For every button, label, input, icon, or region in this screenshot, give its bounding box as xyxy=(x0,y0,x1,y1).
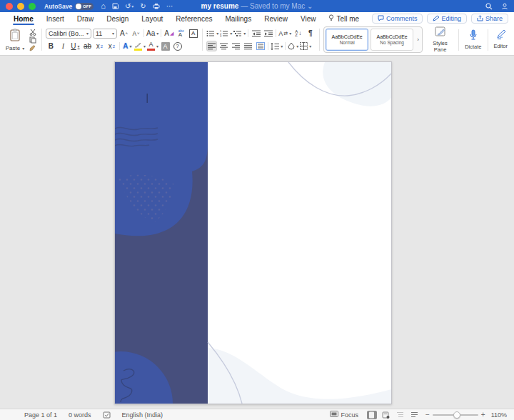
minimize-window-button[interactable] xyxy=(17,3,24,10)
numbering-button[interactable]: 123▾ xyxy=(220,28,232,39)
tab-view[interactable]: View xyxy=(294,12,323,25)
tab-design[interactable]: Design xyxy=(100,12,135,25)
line-spacing-button[interactable]: ▾ xyxy=(271,41,283,51)
document-workspace[interactable] xyxy=(0,56,514,409)
tab-references[interactable]: References xyxy=(169,12,218,25)
focus-button[interactable]: Focus xyxy=(330,411,358,419)
search-icon[interactable] xyxy=(485,3,493,10)
distribute-text-button[interactable] xyxy=(255,41,266,51)
font-color-button[interactable]: A▾ xyxy=(147,41,158,51)
shrink-font-button[interactable]: A˅ xyxy=(131,28,141,39)
autosave-control[interactable]: AutoSave OFF xyxy=(44,3,94,10)
titlebar: AutoSave OFF ⌂ ↺▾ ↻ ⋯ my resume — Saved … xyxy=(0,0,514,12)
increase-indent-button[interactable] xyxy=(263,28,273,39)
lightbulb-icon xyxy=(328,14,334,23)
asian-layout-button[interactable]: A⇄▾ xyxy=(278,28,291,39)
zoom-window-button[interactable] xyxy=(29,3,36,10)
zoom-slider-thumb[interactable] xyxy=(453,411,460,419)
format-painter-button[interactable] xyxy=(27,44,38,51)
pencil-icon xyxy=(433,15,439,23)
multilevel-list-button[interactable]: ▾ xyxy=(233,28,246,39)
align-right-button[interactable] xyxy=(231,41,241,51)
more-icon[interactable]: ⋯ xyxy=(166,3,173,10)
borders-button[interactable]: ▾ xyxy=(300,41,311,51)
account-icon[interactable] xyxy=(501,3,508,10)
font-size-select[interactable]: 11▾ xyxy=(93,29,117,39)
justify-button[interactable] xyxy=(243,41,253,51)
text-cursor xyxy=(147,94,148,103)
sort-button[interactable]: AZ↓ xyxy=(293,28,303,39)
font-name-select[interactable]: Calibri (Bo...▾ xyxy=(46,29,91,39)
style-no-spacing[interactable]: AaBbCcDdEe No Spacing xyxy=(371,29,413,51)
save-icon[interactable] xyxy=(112,3,119,9)
clipboard-icon xyxy=(9,29,21,44)
text-effects-button[interactable]: A▾ xyxy=(122,41,133,51)
underline-button[interactable]: U▾ xyxy=(70,41,81,51)
draft-view-button[interactable] xyxy=(410,411,420,419)
editor-button[interactable]: Editor xyxy=(490,29,511,49)
zoom-slider[interactable]: − + xyxy=(425,411,485,419)
editing-button[interactable]: Editing xyxy=(427,14,467,24)
chevron-down-icon: ▾ xyxy=(112,31,114,36)
document-page[interactable] xyxy=(114,61,392,404)
styles-gallery-expand-button[interactable]: › xyxy=(415,36,420,43)
language-selector[interactable]: English (India) xyxy=(122,411,163,419)
share-button[interactable]: Share xyxy=(471,14,508,24)
paste-button[interactable]: Paste ▾ xyxy=(3,26,27,53)
paste-dropdown-icon[interactable]: ▾ xyxy=(22,46,24,51)
tab-layout[interactable]: Layout xyxy=(135,12,169,25)
grow-font-button[interactable]: A˄ xyxy=(119,28,129,39)
shading-button[interactable]: ▾ xyxy=(288,41,298,51)
close-window-button[interactable] xyxy=(6,3,13,10)
copy-button[interactable] xyxy=(27,36,38,44)
print-icon[interactable] xyxy=(153,3,160,9)
bold-button[interactable]: B xyxy=(46,41,56,51)
align-center-button[interactable] xyxy=(218,41,229,51)
tab-tell-me[interactable]: Tell me xyxy=(322,12,366,25)
superscript-button[interactable]: x2 xyxy=(106,41,117,51)
strikethrough-button[interactable]: ab xyxy=(82,41,93,51)
zoom-slider-track[interactable] xyxy=(433,414,478,416)
dictate-button[interactable]: Dictate xyxy=(461,29,485,50)
zoom-out-button[interactable]: − xyxy=(425,411,430,419)
page-count[interactable]: Page 1 of 1 xyxy=(24,411,57,419)
autosave-toggle[interactable]: OFF xyxy=(75,3,94,10)
clear-formatting-button[interactable]: A◢ xyxy=(163,28,174,39)
undo-icon[interactable]: ↺▾ xyxy=(125,3,133,10)
cut-button[interactable] xyxy=(27,28,38,36)
character-shading-button[interactable]: A xyxy=(160,41,171,51)
tab-insert[interactable]: Insert xyxy=(40,12,71,25)
home-icon[interactable]: ⌂ xyxy=(101,2,106,10)
italic-button[interactable]: I xyxy=(58,41,69,51)
show-paragraph-marks-button[interactable]: ¶ xyxy=(305,28,316,39)
align-left-button[interactable] xyxy=(206,41,217,51)
change-case-button[interactable]: Aa▾ xyxy=(146,28,158,39)
statusbar: Page 1 of 1 0 words English (India) Focu… xyxy=(0,409,514,420)
web-layout-view-button[interactable] xyxy=(381,411,391,419)
zoom-level[interactable]: 110% xyxy=(491,411,507,419)
phonetic-guide-button[interactable]: abcA xyxy=(176,28,186,39)
outline-view-button[interactable] xyxy=(395,411,405,419)
resume-template-graphics xyxy=(115,62,391,404)
paste-label: Paste xyxy=(6,45,20,51)
tab-home[interactable]: Home xyxy=(7,12,40,25)
spellcheck-icon[interactable] xyxy=(103,411,111,419)
tab-review[interactable]: Review xyxy=(258,12,294,25)
word-count[interactable]: 0 words xyxy=(69,411,91,419)
tab-mailings[interactable]: Mailings xyxy=(218,12,258,25)
subscript-button[interactable]: x2 xyxy=(94,41,105,51)
zoom-in-button[interactable]: + xyxy=(481,411,485,419)
svg-text:3: 3 xyxy=(220,34,222,37)
bullets-button[interactable]: ▾ xyxy=(206,28,218,39)
highlight-color-button[interactable]: ▾ xyxy=(134,41,146,51)
print-layout-view-button[interactable] xyxy=(367,411,377,419)
style-normal[interactable]: AaBbCcDdEe Normal xyxy=(326,29,368,51)
editor-icon xyxy=(495,29,506,43)
tab-draw[interactable]: Draw xyxy=(71,12,100,25)
styles-pane-button[interactable]: Styles Pane xyxy=(424,26,456,53)
enclose-characters-button[interactable]: A xyxy=(188,28,198,39)
decrease-indent-button[interactable] xyxy=(251,28,261,39)
character-border-button[interactable]: ? xyxy=(172,41,183,51)
comments-button[interactable]: Comments xyxy=(372,14,423,24)
redo-icon[interactable]: ↻ xyxy=(140,3,146,10)
